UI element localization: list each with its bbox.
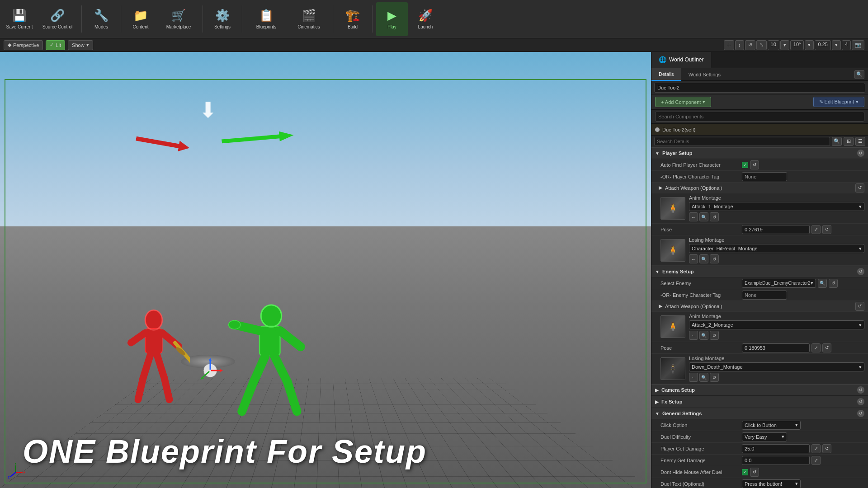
- cinematics-button[interactable]: 🎬 Cinematics: [288, 2, 329, 36]
- details-view-btn[interactable]: ⊞: [844, 137, 854, 146]
- pose-enemy-reset[interactable]: ↺: [822, 343, 831, 352]
- content-button[interactable]: 📁 Content: [125, 2, 156, 36]
- tool-3[interactable]: ↺: [745, 40, 755, 50]
- tool-2[interactable]: ↕: [735, 40, 744, 50]
- losing-p-back[interactable]: ←: [689, 254, 698, 263]
- camera-setup-reset[interactable]: ↺: [857, 386, 864, 394]
- player-damage-expand[interactable]: ⤢: [811, 444, 821, 453]
- build-button[interactable]: 🏗️ Build: [337, 2, 368, 36]
- montage-p-back[interactable]: ←: [689, 212, 698, 221]
- properties-panel[interactable]: ▼ Player Setup ↺ Auto Find Player Charac…: [651, 147, 868, 488]
- montage-p-reset[interactable]: ↺: [710, 212, 719, 221]
- dont-hide-mouse-reset[interactable]: ↺: [750, 468, 759, 477]
- tool-1[interactable]: ⊹: [724, 40, 734, 50]
- player-tag-value: None: [742, 172, 864, 181]
- play-button[interactable]: ▶ Play: [376, 2, 408, 36]
- select-enemy-find[interactable]: 🔍: [818, 279, 827, 288]
- camera-setup-section[interactable]: ▶ Camera Setup ↺: [651, 384, 868, 396]
- source-control-button[interactable]: 🔗 Source Control: [37, 2, 78, 36]
- add-component-button[interactable]: + Add Component ▾: [655, 97, 711, 107]
- player-damage-reset[interactable]: ↺: [822, 444, 831, 453]
- losing-montage-enemy-dropdown[interactable]: Down_Death_Montage ▾: [689, 362, 864, 371]
- details-search-btn[interactable]: 🔍: [832, 137, 842, 146]
- duel-text-dropdown[interactable]: Press the button! ▾: [742, 479, 801, 488]
- enemy-setup-reset[interactable]: ↺: [857, 268, 864, 275]
- player-setup-reset[interactable]: ↺: [857, 150, 864, 157]
- launch-button[interactable]: 🚀 Launch: [410, 2, 441, 36]
- losing-e-find[interactable]: 🔍: [699, 373, 708, 382]
- enemy-setup-section[interactable]: ▼ Enemy Setup ↺: [651, 266, 868, 277]
- tool-4[interactable]: ⤡: [756, 40, 767, 50]
- general-settings-section[interactable]: ▼ General Settings ↺: [651, 408, 868, 419]
- grid-btn-2[interactable]: ▾: [805, 40, 814, 50]
- perspective-button[interactable]: ◆ Perspective: [4, 40, 43, 50]
- save-icon: 💾: [12, 9, 27, 23]
- enemy-damage-value: ⤢: [742, 456, 864, 465]
- duel-difficulty-dropdown[interactable]: Very Easy ▾: [742, 432, 787, 441]
- actor-search-input[interactable]: [654, 83, 865, 93]
- losing-p-reset[interactable]: ↺: [710, 254, 719, 263]
- auto-find-checkbox[interactable]: ✓: [742, 162, 748, 168]
- component-search-input[interactable]: [655, 112, 864, 122]
- viewport[interactable]: ⬇: [0, 52, 651, 488]
- enemy-damage-expand[interactable]: ⤢: [811, 456, 821, 465]
- losing-p-find[interactable]: 🔍: [699, 254, 708, 263]
- auto-find-reset-btn[interactable]: ↺: [750, 160, 759, 169]
- montage-p-find[interactable]: 🔍: [699, 212, 708, 221]
- click-option-dropdown[interactable]: Click to Button ▾: [742, 421, 801, 430]
- world-settings-sub-tab[interactable]: World Settings: [681, 68, 728, 81]
- settings-button[interactable]: ⚙️ Settings: [207, 2, 238, 36]
- fx-setup-section[interactable]: ▶ Fx Setup ↺: [651, 396, 868, 408]
- pose-player-value-container: ⤢ ↺: [742, 225, 864, 234]
- player-tag-dropdown[interactable]: None: [742, 172, 787, 181]
- pose-enemy-expand[interactable]: ⤢: [811, 343, 821, 352]
- fx-setup-reset[interactable]: ↺: [857, 398, 864, 405]
- world-outliner-tab[interactable]: 🌐 World Outliner: [651, 52, 711, 68]
- montage-e-reset[interactable]: ↺: [710, 331, 719, 340]
- player-tag-none: None: [745, 174, 756, 179]
- pose-player-input[interactable]: [742, 225, 810, 234]
- select-enemy-dropdown[interactable]: ExampleDuel_EnemyCharacter2 ▾: [742, 279, 816, 288]
- blueprints-button[interactable]: 📋 Blueprints: [246, 2, 287, 36]
- enemy-tag-dropdown[interactable]: None: [742, 291, 787, 300]
- marketplace-label: Marketplace: [166, 24, 191, 29]
- camera-btn[interactable]: 📷: [852, 40, 864, 50]
- player-setup-section[interactable]: ▼ Player Setup ↺: [651, 147, 868, 159]
- marketplace-button[interactable]: 🛒 Marketplace: [158, 2, 199, 36]
- duel-difficulty-row: Duel Difficulty Very Easy ▾: [651, 431, 868, 443]
- settings-icon: ⚙️: [215, 9, 230, 23]
- losing-e-back[interactable]: ←: [689, 373, 698, 382]
- pose-enemy-input[interactable]: [742, 343, 810, 352]
- attach-weapon-player-reset[interactable]: ↺: [855, 183, 864, 192]
- details-filter-btn[interactable]: ☰: [855, 137, 865, 146]
- details-search-input[interactable]: [654, 137, 830, 146]
- general-settings-reset[interactable]: ↺: [857, 410, 864, 417]
- grid-btn-1[interactable]: ▾: [780, 40, 789, 50]
- anim-montage-player-dropdown[interactable]: Attack_1_Montage ▾: [689, 202, 864, 211]
- modes-button[interactable]: 🔧 Modes: [85, 2, 117, 36]
- dont-hide-mouse-checkbox[interactable]: ✓: [742, 469, 748, 475]
- attach-weapon-enemy-reset[interactable]: ↺: [855, 302, 864, 311]
- details-sub-tab[interactable]: Details: [651, 68, 681, 81]
- player-damage-input[interactable]: [742, 444, 810, 453]
- attach-weapon-enemy-arrow: ▶: [659, 303, 662, 309]
- losing-montage-enemy-thumb: 🕴: [660, 357, 685, 380]
- attach-weapon-enemy-row[interactable]: ▶ Attach Weapon (Optional) ↺: [651, 301, 868, 312]
- pose-player-expand[interactable]: ⤢: [811, 225, 821, 234]
- pose-player-reset[interactable]: ↺: [822, 225, 831, 234]
- show-button[interactable]: Show ▾: [68, 40, 93, 50]
- save-current-button[interactable]: 💾 Save Current: [4, 2, 35, 36]
- select-enemy-reset[interactable]: ↺: [829, 279, 838, 288]
- attach-weapon-player-row[interactable]: ▶ Attach Weapon (Optional) ↺: [651, 183, 868, 193]
- losing-montage-player-dropdown[interactable]: Character_HitReact_Montage ▾: [689, 244, 864, 253]
- lit-button[interactable]: ✓ Lit: [46, 40, 65, 50]
- search-all-btn[interactable]: 🔍: [854, 70, 864, 79]
- scale-btn[interactable]: ▾: [832, 40, 841, 50]
- montage-e-find[interactable]: 🔍: [699, 331, 708, 340]
- select-enemy-value-container: ExampleDuel_EnemyCharacter2 ▾ 🔍 ↺: [742, 279, 864, 288]
- montage-e-back[interactable]: ←: [689, 331, 698, 340]
- enemy-damage-input[interactable]: [742, 456, 810, 465]
- edit-blueprint-button[interactable]: ✎ Edit Blueprint ▾: [813, 97, 864, 107]
- anim-montage-enemy-dropdown[interactable]: Attack_2_Montage ▾: [689, 320, 864, 329]
- losing-e-reset[interactable]: ↺: [710, 373, 719, 382]
